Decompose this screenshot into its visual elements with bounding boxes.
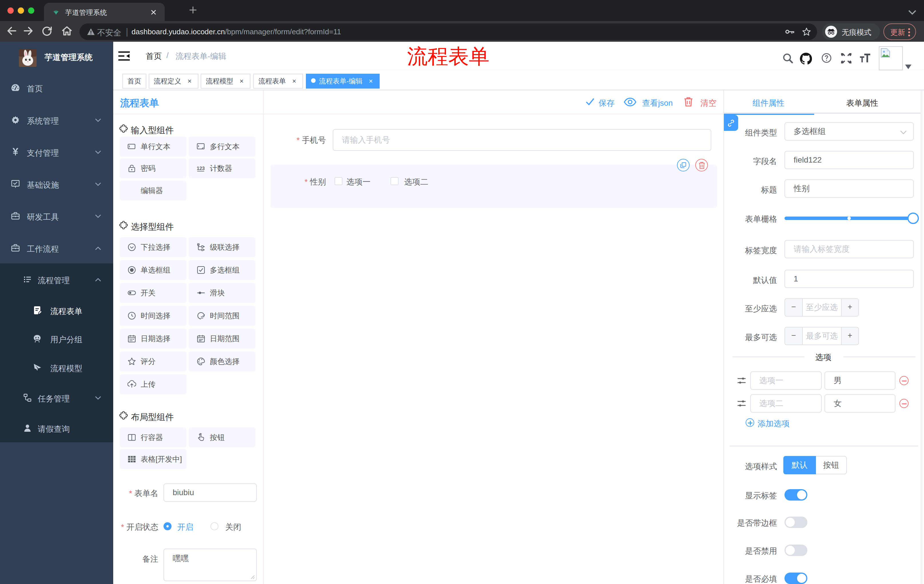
svg-text:123: 123	[197, 166, 205, 171]
